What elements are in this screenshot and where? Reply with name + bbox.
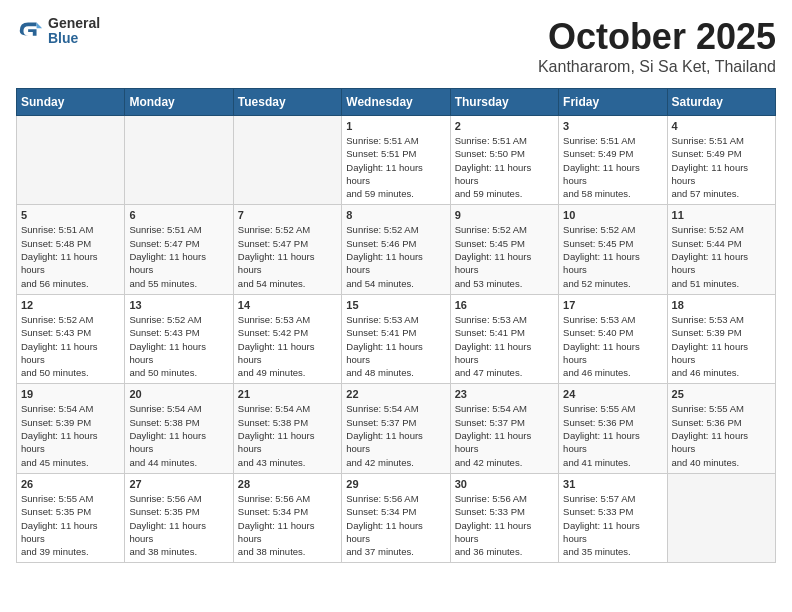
cell-info-line: Sunrise: 5:56 AM bbox=[238, 492, 337, 505]
calendar-cell: 17Sunrise: 5:53 AMSunset: 5:40 PMDayligh… bbox=[559, 294, 667, 383]
cell-info-line: Sunrise: 5:52 AM bbox=[346, 223, 445, 236]
day-number: 1 bbox=[346, 120, 445, 132]
cell-info-line: Sunset: 5:41 PM bbox=[346, 326, 445, 339]
day-number: 12 bbox=[21, 299, 120, 311]
cell-info-line: and 54 minutes. bbox=[346, 277, 445, 290]
cell-info-line: Sunrise: 5:53 AM bbox=[455, 313, 554, 326]
header: General Blue October 2025 Kanthararom, S… bbox=[16, 16, 776, 76]
logo-general-text: General bbox=[48, 16, 100, 31]
cell-info-line: Sunset: 5:47 PM bbox=[129, 237, 228, 250]
calendar-cell: 13Sunrise: 5:52 AMSunset: 5:43 PMDayligh… bbox=[125, 294, 233, 383]
cell-info-line: Daylight: 11 hours hours bbox=[346, 161, 445, 188]
cell-info-line: and 37 minutes. bbox=[346, 545, 445, 558]
calendar-cell: 25Sunrise: 5:55 AMSunset: 5:36 PMDayligh… bbox=[667, 384, 775, 473]
weekday-header-saturday: Saturday bbox=[667, 89, 775, 116]
cell-info-line: Daylight: 11 hours hours bbox=[238, 340, 337, 367]
cell-info-line: Sunrise: 5:54 AM bbox=[21, 402, 120, 415]
calendar-cell: 9Sunrise: 5:52 AMSunset: 5:45 PMDaylight… bbox=[450, 205, 558, 294]
cell-info-line: Sunrise: 5:54 AM bbox=[238, 402, 337, 415]
cell-info-line: and 55 minutes. bbox=[129, 277, 228, 290]
cell-info-line: Daylight: 11 hours hours bbox=[238, 519, 337, 546]
calendar-cell: 2Sunrise: 5:51 AMSunset: 5:50 PMDaylight… bbox=[450, 116, 558, 205]
cell-info-line: Daylight: 11 hours hours bbox=[346, 340, 445, 367]
calendar-week-row: 5Sunrise: 5:51 AMSunset: 5:48 PMDaylight… bbox=[17, 205, 776, 294]
subtitle: Kanthararom, Si Sa Ket, Thailand bbox=[538, 58, 776, 76]
calendar-cell bbox=[667, 473, 775, 562]
calendar-cell: 20Sunrise: 5:54 AMSunset: 5:38 PMDayligh… bbox=[125, 384, 233, 473]
cell-info-line: Sunset: 5:49 PM bbox=[672, 147, 771, 160]
day-number: 28 bbox=[238, 478, 337, 490]
calendar-cell: 7Sunrise: 5:52 AMSunset: 5:47 PMDaylight… bbox=[233, 205, 341, 294]
cell-info-line: Daylight: 11 hours hours bbox=[129, 340, 228, 367]
cell-info-line: Sunset: 5:36 PM bbox=[563, 416, 662, 429]
cell-info-line: and 52 minutes. bbox=[563, 277, 662, 290]
weekday-header-tuesday: Tuesday bbox=[233, 89, 341, 116]
cell-info-line: and 46 minutes. bbox=[672, 366, 771, 379]
cell-info-line: Sunset: 5:34 PM bbox=[346, 505, 445, 518]
day-number: 19 bbox=[21, 388, 120, 400]
cell-info-line: and 49 minutes. bbox=[238, 366, 337, 379]
cell-info-line: Sunrise: 5:56 AM bbox=[346, 492, 445, 505]
cell-info-line: Sunrise: 5:56 AM bbox=[455, 492, 554, 505]
cell-info-line: and 48 minutes. bbox=[346, 366, 445, 379]
cell-info-line: Sunrise: 5:56 AM bbox=[129, 492, 228, 505]
cell-info-line: and 42 minutes. bbox=[455, 456, 554, 469]
day-number: 7 bbox=[238, 209, 337, 221]
day-number: 22 bbox=[346, 388, 445, 400]
calendar-cell: 11Sunrise: 5:52 AMSunset: 5:44 PMDayligh… bbox=[667, 205, 775, 294]
day-number: 20 bbox=[129, 388, 228, 400]
weekday-header-row: SundayMondayTuesdayWednesdayThursdayFrid… bbox=[17, 89, 776, 116]
cell-info-line: and 50 minutes. bbox=[21, 366, 120, 379]
cell-info-line: Sunrise: 5:52 AM bbox=[672, 223, 771, 236]
day-number: 29 bbox=[346, 478, 445, 490]
weekday-header-wednesday: Wednesday bbox=[342, 89, 450, 116]
calendar-cell: 29Sunrise: 5:56 AMSunset: 5:34 PMDayligh… bbox=[342, 473, 450, 562]
cell-info-line: Sunrise: 5:54 AM bbox=[346, 402, 445, 415]
cell-info-line: Sunrise: 5:52 AM bbox=[21, 313, 120, 326]
day-number: 24 bbox=[563, 388, 662, 400]
cell-info-line: Daylight: 11 hours hours bbox=[672, 250, 771, 277]
calendar-cell: 21Sunrise: 5:54 AMSunset: 5:38 PMDayligh… bbox=[233, 384, 341, 473]
cell-info-line: and 41 minutes. bbox=[563, 456, 662, 469]
cell-info-line: Sunrise: 5:52 AM bbox=[129, 313, 228, 326]
day-number: 4 bbox=[672, 120, 771, 132]
cell-info-line: Sunrise: 5:51 AM bbox=[672, 134, 771, 147]
calendar-cell bbox=[233, 116, 341, 205]
cell-info-line: Sunset: 5:43 PM bbox=[129, 326, 228, 339]
cell-info-line: Sunset: 5:48 PM bbox=[21, 237, 120, 250]
cell-info-line: Sunrise: 5:55 AM bbox=[21, 492, 120, 505]
cell-info-line: Daylight: 11 hours hours bbox=[672, 429, 771, 456]
calendar-cell: 14Sunrise: 5:53 AMSunset: 5:42 PMDayligh… bbox=[233, 294, 341, 383]
calendar-week-row: 12Sunrise: 5:52 AMSunset: 5:43 PMDayligh… bbox=[17, 294, 776, 383]
cell-info-line: Sunrise: 5:53 AM bbox=[238, 313, 337, 326]
cell-info-line: Sunset: 5:33 PM bbox=[455, 505, 554, 518]
calendar-table: SundayMondayTuesdayWednesdayThursdayFrid… bbox=[16, 88, 776, 563]
day-number: 23 bbox=[455, 388, 554, 400]
cell-info-line: and 53 minutes. bbox=[455, 277, 554, 290]
cell-info-line: Sunrise: 5:51 AM bbox=[129, 223, 228, 236]
weekday-header-monday: Monday bbox=[125, 89, 233, 116]
day-number: 5 bbox=[21, 209, 120, 221]
calendar-cell: 16Sunrise: 5:53 AMSunset: 5:41 PMDayligh… bbox=[450, 294, 558, 383]
cell-info-line: Daylight: 11 hours hours bbox=[563, 250, 662, 277]
calendar-cell: 18Sunrise: 5:53 AMSunset: 5:39 PMDayligh… bbox=[667, 294, 775, 383]
calendar-cell: 4Sunrise: 5:51 AMSunset: 5:49 PMDaylight… bbox=[667, 116, 775, 205]
cell-info-line: Daylight: 11 hours hours bbox=[672, 161, 771, 188]
cell-info-line: and 56 minutes. bbox=[21, 277, 120, 290]
day-number: 21 bbox=[238, 388, 337, 400]
cell-info-line: Sunrise: 5:53 AM bbox=[672, 313, 771, 326]
cell-info-line: Sunset: 5:35 PM bbox=[129, 505, 228, 518]
cell-info-line: Daylight: 11 hours hours bbox=[21, 429, 120, 456]
cell-info-line: and 51 minutes. bbox=[672, 277, 771, 290]
day-number: 26 bbox=[21, 478, 120, 490]
cell-info-line: and 45 minutes. bbox=[21, 456, 120, 469]
cell-info-line: and 54 minutes. bbox=[238, 277, 337, 290]
cell-info-line: and 40 minutes. bbox=[672, 456, 771, 469]
cell-info-line: and 59 minutes. bbox=[455, 187, 554, 200]
cell-info-line: Sunset: 5:33 PM bbox=[563, 505, 662, 518]
cell-info-line: and 50 minutes. bbox=[129, 366, 228, 379]
calendar-cell: 23Sunrise: 5:54 AMSunset: 5:37 PMDayligh… bbox=[450, 384, 558, 473]
cell-info-line: Sunset: 5:37 PM bbox=[346, 416, 445, 429]
day-number: 8 bbox=[346, 209, 445, 221]
cell-info-line: Sunrise: 5:52 AM bbox=[563, 223, 662, 236]
